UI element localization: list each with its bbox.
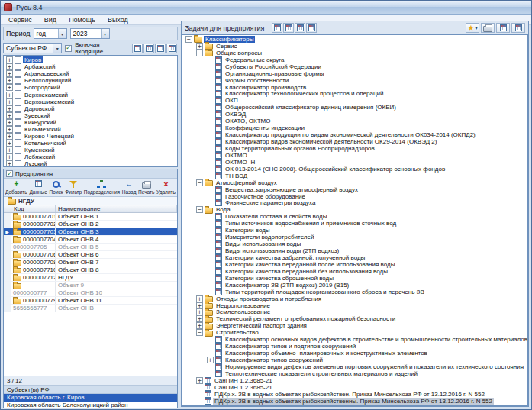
task-tree-node[interactable]: ПДКр.х. ЗВ в водных объектах рыбохозяйст…: [183, 391, 527, 398]
task-tree-node[interactable]: Категории качества переданной после испо…: [183, 261, 527, 268]
region-checkbox[interactable]: [15, 77, 21, 84]
table-row[interactable]: Объект 9: [4, 282, 177, 289]
title-bar[interactable]: Русь 8.4: [1, 1, 531, 15]
list-view-button[interactable]: [295, 23, 305, 33]
region-row[interactable]: +Кикнурский: [5, 119, 176, 126]
region-checkbox[interactable]: [15, 119, 21, 126]
expander-icon[interactable]: +: [196, 315, 203, 322]
toolbar-button-search[interactable]: Поиск: [50, 179, 63, 195]
task-tree-node[interactable]: Нормируемые виды дефектов элементов порт…: [183, 363, 527, 370]
table-row[interactable]: 0000007705Объект ОНВ 5: [4, 244, 177, 251]
expander-icon[interactable]: +: [196, 43, 203, 50]
tree-view-button[interactable]: [132, 44, 143, 53]
region-row[interactable]: +Зуевский: [5, 112, 176, 119]
expander-icon[interactable]: +: [6, 119, 13, 126]
region-checkbox[interactable]: [15, 126, 21, 133]
expander-icon[interactable]: +: [6, 147, 13, 153]
table-row[interactable]: 0000007704Объект ОНВ 4: [4, 236, 177, 244]
period-type-combo[interactable]: год ▾: [34, 28, 67, 39]
expander-icon[interactable]: +: [6, 84, 13, 91]
table-row[interactable]: 0000007710Объект ОНВ 8: [4, 266, 177, 274]
region-checkbox[interactable]: [15, 70, 21, 77]
task-tree-node[interactable]: Измерители водопотребителей: [183, 234, 527, 241]
region-row[interactable]: +Куменский: [5, 147, 176, 153]
task-tree-node[interactable]: Коэффициенты индексации: [183, 124, 527, 131]
list-view-button[interactable]: [155, 44, 166, 53]
toolbar-button-delete[interactable]: ×Удалить: [156, 179, 176, 195]
toolbar-button-back[interactable]: ←Назад: [122, 179, 137, 195]
expander-icon[interactable]: +: [6, 112, 13, 119]
task-tree-node[interactable]: +Недропользование: [183, 302, 527, 309]
region-checkbox[interactable]: [15, 140, 21, 147]
task-tree-node[interactable]: Общероссийский классификатор единиц изме…: [183, 104, 527, 111]
task-tree-node[interactable]: Вещества,загрязняющие атмосферный воздух: [183, 186, 527, 193]
expander-icon[interactable]: +: [196, 308, 203, 315]
task-tree-node[interactable]: Классификатор объемно- планировочных и к…: [183, 350, 527, 357]
period-year-combo[interactable]: 2023 ▾: [70, 28, 110, 39]
menu-item[interactable]: Вид: [38, 15, 63, 24]
expander-icon[interactable]: −: [196, 50, 203, 56]
tree-view-button[interactable]: [272, 23, 282, 33]
task-tree-node[interactable]: +Энергетический паспорт здания: [183, 322, 527, 329]
current-enterprise-bar[interactable]: НГДУ: [4, 197, 177, 205]
task-tree-node[interactable]: Виды использования воды (2ТП водхоз): [183, 247, 527, 254]
expander-icon[interactable]: +: [6, 160, 13, 167]
task-tree-node[interactable]: Категории качества сброшенной воды: [183, 275, 527, 282]
task-tree-node[interactable]: Категории качества забранной, полученной…: [183, 254, 527, 261]
task-tree-node[interactable]: Классификатор технологических процессов …: [183, 91, 527, 98]
region-row[interactable]: +Лебяжский: [5, 153, 176, 160]
region-row[interactable]: +Лузский: [5, 160, 176, 167]
expander-icon[interactable]: +: [6, 133, 13, 140]
expander-icon[interactable]: +: [6, 105, 13, 112]
task-tree-node[interactable]: Классификатор типов и подтипов сооружени…: [183, 343, 527, 350]
task-tree-node[interactable]: Физические параметры воздуха: [183, 200, 527, 207]
task-tree-node[interactable]: +Сервис: [183, 43, 527, 50]
task-tree-node[interactable]: ПДКр.х. ЗВ в водных объектах рыбохозяйст…: [183, 398, 527, 405]
toolbar-button-table[interactable]: Данные: [29, 179, 47, 195]
task-tree-node[interactable]: ОКТМО: [183, 152, 527, 159]
toolbar-button-printer[interactable]: Печать: [138, 179, 154, 195]
expander-icon[interactable]: +: [6, 56, 13, 63]
region-checkbox[interactable]: [15, 147, 21, 153]
table-row[interactable]: 0000000779Объект ОНВ 11: [4, 297, 177, 305]
region-row[interactable]: +Даровской: [5, 105, 176, 112]
task-tree-node[interactable]: +СанПиН 1.2.3685-21: [183, 377, 527, 384]
expander-icon[interactable]: +: [6, 140, 13, 147]
expander-icon[interactable]: −: [185, 36, 192, 43]
cards-view-button[interactable]: [306, 23, 317, 33]
task-tree-node[interactable]: Типы источников водоснабжения и приемник…: [183, 220, 527, 227]
menu-item[interactable]: Помощь: [63, 15, 102, 24]
region-row[interactable]: +Кирово-Чепецкий: [5, 133, 176, 140]
task-tree-node[interactable]: +Технический регламент о требованиях пож…: [183, 315, 527, 322]
task-tree-node[interactable]: ОКП: [183, 97, 527, 104]
expander-icon[interactable]: +: [196, 302, 203, 309]
task-tree-node[interactable]: Виды использования воды: [183, 241, 527, 247]
task-tree-node[interactable]: −Вода: [183, 206, 527, 213]
toolbar-button-filter[interactable]: Фильтр: [65, 179, 82, 195]
task-tree-node[interactable]: ОКТМО -Н: [183, 159, 527, 166]
toolbar-button-add[interactable]: +Добавить: [5, 179, 27, 195]
task-tree-node[interactable]: +Землепользование: [183, 309, 527, 316]
region-checkbox[interactable]: [15, 84, 21, 91]
task-tree-node[interactable]: Классификатор видов экономической деятел…: [183, 138, 527, 145]
print-button[interactable]: [481, 23, 495, 33]
region-checkbox[interactable]: [15, 112, 21, 119]
include-checkbox[interactable]: ✓: [65, 45, 72, 52]
region-row[interactable]: +Кильмезский: [5, 126, 176, 133]
task-tree-node[interactable]: ОКВЭД: [183, 111, 527, 118]
task-tree-node[interactable]: −Строительство: [183, 329, 527, 336]
task-tree-node[interactable]: Типы территорий площадок неорганизованно…: [183, 289, 527, 295]
task-tree-node[interactable]: ТН ВЭД: [183, 173, 527, 179]
region-row[interactable]: +Верхнекамский: [5, 91, 176, 98]
table-row[interactable]: 0000007701Объект ОНВ 1: [4, 213, 177, 221]
region-checkbox[interactable]: [15, 153, 21, 160]
task-tree-node[interactable]: ОК 013-2014 (СНС 2008). Общероссийский к…: [183, 166, 527, 173]
header-name[interactable]: Наименование: [56, 205, 177, 212]
region-checkbox[interactable]: [15, 92, 21, 98]
region-row[interactable]: +Афанасьевский: [5, 70, 176, 77]
expander-icon[interactable]: +: [196, 377, 203, 384]
task-tree-node[interactable]: −Атмосферный воздух: [183, 179, 527, 186]
expander-icon[interactable]: +: [6, 153, 13, 160]
chevron-down-icon[interactable]: ▾: [58, 29, 66, 38]
chevron-down-icon[interactable]: ▾: [101, 29, 109, 38]
